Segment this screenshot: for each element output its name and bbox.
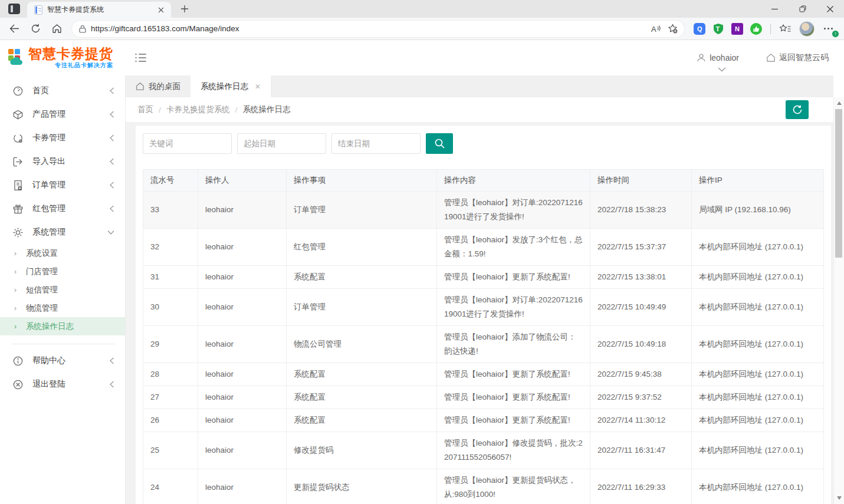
cell-operator: leohaior	[198, 432, 287, 469]
browser-tab[interactable]: 智慧卡券提货系统	[27, 2, 171, 18]
sidebar-item-help[interactable]: 帮助中心	[0, 349, 125, 373]
window-controls	[761, 0, 844, 18]
cell-serial: 30	[143, 289, 198, 326]
table-row: 33 leohaior 订单管理 管理员【leohaior】对订单:202207…	[143, 192, 824, 229]
cell-time: 2022/7/11 16:29:33	[590, 469, 692, 504]
sidebar-subitem-system-logs[interactable]: › 系统操作日志	[0, 317, 125, 335]
cell-ip: 本机内部环回地址 (127.0.0.1)	[692, 363, 824, 386]
sidebar-item-home[interactable]: 首页	[0, 79, 125, 103]
app-root: 智慧卡券提货 专注礼品卡解决方案 leohaior 返回智慧云码 首页	[0, 40, 844, 504]
cell-ip: 本机内部环回地址 (127.0.0.1)	[692, 386, 824, 409]
scrollbar-thumb[interactable]	[835, 109, 842, 258]
logout-icon	[12, 379, 24, 390]
cell-serial: 26	[143, 409, 198, 432]
cell-serial: 28	[143, 363, 198, 386]
tab-system-logs[interactable]: 系统操作日志 ✕	[191, 75, 271, 97]
table-row: 29 leohaior 物流公司管理 管理员【leohaior】添加了物流公司：…	[143, 326, 824, 363]
cell-content: 管理员【leohaior】更新了系统配置!	[437, 409, 590, 432]
sidebar-item-coupons[interactable]: 卡券管理	[0, 126, 125, 150]
extension-onenote-icon[interactable]: N	[728, 20, 747, 38]
home-icon[interactable]	[47, 19, 66, 38]
sidebar-toggle-icon[interactable]	[135, 52, 149, 64]
add-favorite-star-icon[interactable]	[664, 22, 681, 36]
profile-avatar[interactable]	[799, 21, 815, 37]
cell-category: 更新提货码状态	[287, 469, 437, 504]
user-menu[interactable]: leohaior	[697, 53, 739, 62]
browser-titlebar: 智慧卡券提货系统	[0, 0, 844, 18]
sidebar-subitem-logistics-management[interactable]: › 物流管理	[0, 299, 125, 317]
search-icon	[434, 138, 445, 149]
coupon-icon	[12, 133, 24, 144]
table-row: 32 leohaior 红包管理 管理员【leohaior】发放了:3个红包，总…	[143, 229, 824, 266]
tab-close-icon[interactable]: ✕	[255, 83, 261, 91]
chevron-down-icon[interactable]	[718, 67, 726, 72]
sidebar-item-import-export[interactable]: 导入导出	[0, 150, 125, 173]
home-outline-icon	[766, 53, 776, 62]
sidebar-item-products[interactable]: 产品管理	[0, 103, 125, 126]
cell-ip: 本机内部环回地址 (127.0.0.1)	[692, 326, 824, 363]
address-bar[interactable]: https://giftcard.165183.com/Manage/index…	[72, 21, 684, 37]
refresh-page-button[interactable]	[786, 100, 809, 119]
tab-close-icon[interactable]	[156, 5, 166, 15]
scroll-down-icon[interactable]	[834, 493, 844, 503]
sidebar-subitem-system-settings[interactable]: › 系统设置	[0, 244, 125, 262]
minimize-button[interactable]	[761, 0, 789, 18]
col-serial: 流水号	[143, 170, 198, 192]
extension-shield-icon[interactable]: T	[709, 20, 728, 38]
toolbar-divider	[770, 24, 771, 34]
logo-mark-icon	[8, 48, 25, 67]
tab-my-desktop[interactable]: 我的桌面	[126, 75, 191, 97]
info-icon	[12, 355, 24, 367]
back-icon[interactable]	[5, 19, 24, 38]
order-doc-icon	[12, 180, 24, 191]
sidebar-divider	[12, 344, 114, 344]
chevron-right-icon: ›	[14, 286, 17, 294]
cell-content: 管理员【leohaior】更新提货码状态，从:980到1000!	[437, 469, 590, 504]
extension-q-icon[interactable]: Q	[690, 20, 709, 38]
breadcrumb-home[interactable]: 首页	[137, 104, 153, 115]
more-menu-icon[interactable]: ↑	[819, 20, 837, 38]
cell-time: 2022/7/15 13:38:01	[590, 266, 692, 289]
return-home-link[interactable]: 返回智慧云码	[766, 52, 829, 63]
start-date-input[interactable]	[237, 133, 326, 154]
tab-actions-menu-icon[interactable]	[8, 4, 20, 14]
end-date-input[interactable]	[331, 133, 421, 154]
breadcrumb-system[interactable]: 卡券兑换提货系统	[166, 104, 230, 115]
search-button[interactable]	[426, 133, 453, 154]
read-aloud-icon[interactable]: A	[648, 22, 664, 36]
extension-thumbsup-icon[interactable]	[747, 20, 766, 38]
close-window-button[interactable]	[816, 0, 844, 18]
new-tab-button[interactable]	[177, 1, 192, 17]
chevron-left-icon	[109, 134, 114, 141]
col-content: 操作内容	[437, 170, 590, 192]
username: leohaior	[710, 53, 739, 62]
log-panel: 流水号 操作人 操作事项 操作内容 操作时间 操作IP 33 leohaior …	[136, 126, 831, 504]
refresh-icon[interactable]	[26, 19, 45, 38]
sidebar-subitem-sms-management[interactable]: › 短信管理	[0, 281, 125, 299]
vertical-scrollbar[interactable]	[833, 97, 844, 504]
log-table: 流水号 操作人 操作事项 操作内容 操作时间 操作IP 33 leohaior …	[143, 169, 824, 504]
sidebar-subitem-store-management[interactable]: › 门店管理	[0, 262, 125, 281]
sidebar-item-system[interactable]: 系统管理	[0, 220, 125, 244]
svg-text:A: A	[651, 25, 656, 33]
red-packet-gift-icon	[12, 203, 24, 215]
scroll-up-icon[interactable]	[834, 98, 844, 108]
cell-operator: leohaior	[198, 229, 287, 266]
ellipsis-dots	[824, 28, 833, 29]
cell-category: 系统配置	[287, 386, 437, 409]
cell-category: 系统配置	[287, 363, 437, 386]
cell-ip: 本机内部环回地址 (127.0.0.1)	[692, 432, 824, 469]
page-favicon-icon	[34, 5, 42, 15]
cell-serial: 33	[143, 192, 198, 229]
sidebar-item-red-packets[interactable]: 红包管理	[0, 197, 125, 220]
sidebar-item-orders[interactable]: 订单管理	[0, 173, 125, 197]
cell-operator: leohaior	[198, 266, 287, 289]
chevron-left-icon	[109, 205, 114, 212]
sidebar-item-logout[interactable]: 退出登陆	[0, 373, 125, 396]
cell-category: 红包管理	[287, 229, 437, 266]
favorites-bar-icon[interactable]	[776, 20, 794, 38]
restore-button[interactable]	[789, 0, 816, 18]
keyword-input[interactable]	[143, 133, 232, 154]
cell-time: 2022/7/11 16:31:47	[590, 432, 692, 469]
return-home-label: 返回智慧云码	[779, 52, 829, 63]
